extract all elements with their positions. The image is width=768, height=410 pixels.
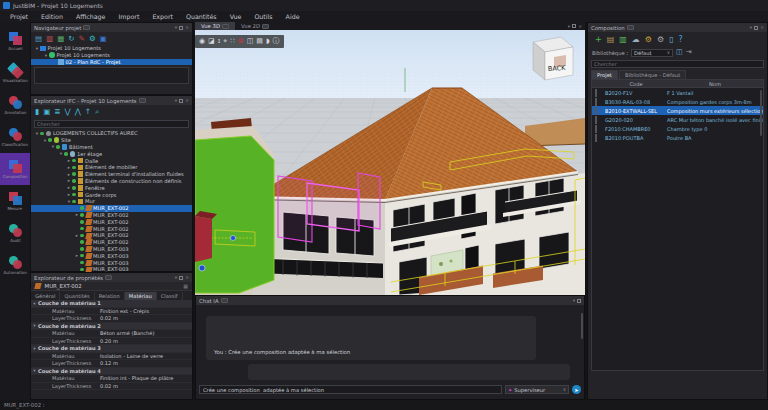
shadow-icon[interactable]: ◗ <box>266 38 270 45</box>
composition-row[interactable]: B2020-F1V F 1 Vantail <box>592 88 763 97</box>
refresh-icon[interactable]: ↻ <box>68 35 74 43</box>
record-icon[interactable]: ▣ <box>100 35 107 43</box>
tree-row[interactable]: ▸ Élément terminal d'installation fluide… <box>31 171 192 178</box>
property-row[interactable]: ▾ Couche de matériau 3 <box>31 345 192 353</box>
select-mode-icon[interactable]: ▣ <box>43 108 50 116</box>
settings-gear-icon[interactable]: ⚙ <box>89 35 96 43</box>
float-icon[interactable] <box>572 24 576 28</box>
info-icon[interactable]: ⓘ <box>273 38 280 45</box>
properties-tab[interactable]: Quantités <box>60 292 94 300</box>
property-row[interactable]: LayerThickness 0.20 m <box>31 338 192 346</box>
gizmo-handle-dot[interactable] <box>199 265 205 271</box>
sidebar-item-visualisation[interactable]: Visualisation <box>0 57 30 89</box>
section-box-icon[interactable]: ◫ <box>247 38 254 45</box>
close-icon[interactable]: × <box>185 275 189 280</box>
tree-row[interactable]: MUR_EXT-003 <box>31 246 192 253</box>
visibility-dot-icon[interactable] <box>40 132 44 136</box>
visibility-dot-icon[interactable] <box>48 138 52 142</box>
float-icon[interactable] <box>179 99 183 103</box>
dropdown-icon[interactable]: ▾ <box>568 24 570 29</box>
sidebar-item-composition[interactable]: Composition <box>0 153 30 185</box>
tree-row[interactable]: ▾ Site <box>31 137 192 144</box>
orbit-icon[interactable]: ◉ <box>199 38 205 45</box>
ifc-search-input[interactable]: Chercher <box>34 120 189 128</box>
walk-mode-icon[interactable]: ɪ <box>218 38 221 45</box>
pin-icon[interactable] <box>262 24 269 29</box>
ifc-info-icon[interactable]: ▦ <box>183 283 188 289</box>
sidebar-item-accueil[interactable]: Accueil <box>0 25 30 57</box>
menu-item[interactable]: Import <box>118 13 139 20</box>
tree-row[interactable]: ▾ Projet 10 Logements <box>31 52 192 59</box>
tree-row[interactable]: ▸ MUR_EXT-002 <box>31 232 192 239</box>
visibility-dot-icon[interactable] <box>72 179 76 183</box>
composition-row[interactable]: F2010:CHAMBRE0 Chambre type 0 <box>592 124 763 133</box>
composition-row[interactable]: B3030-RAIL-03-08 Composition gardes corp… <box>592 97 763 106</box>
close-icon[interactable]: × <box>185 25 189 30</box>
visibility-dot-icon[interactable] <box>80 213 84 217</box>
pin-icon[interactable] <box>627 25 634 30</box>
menu-item[interactable]: Vue <box>230 13 242 20</box>
float-icon[interactable] <box>179 276 183 280</box>
visibility-dot-icon[interactable] <box>80 220 84 224</box>
layers-icon[interactable]: ▤ <box>256 38 263 45</box>
expand-all-icon[interactable]: ⋀ <box>75 108 81 116</box>
sidebar-item-classification[interactable]: Classification <box>0 121 30 153</box>
visibility-dot-icon[interactable] <box>80 261 84 265</box>
visibility-dot-icon[interactable] <box>64 152 68 156</box>
visibility-dot-icon[interactable] <box>72 166 76 170</box>
sidebar-item-automation[interactable]: Automation <box>0 249 30 281</box>
pin-icon[interactable] <box>222 24 229 29</box>
tree-row[interactable]: ▸ Garde corps <box>31 191 192 198</box>
settings-gear-icon[interactable]: ⚙ <box>645 36 652 44</box>
tree-row[interactable]: MUR_EXT-002 <box>31 205 192 212</box>
tree-row[interactable]: ▸ Élément de mobilier <box>31 164 192 171</box>
composition-tab[interactable]: Projet <box>591 70 618 79</box>
pin-icon[interactable] <box>105 275 112 280</box>
tree-row[interactable]: ▸ Éléments de construction non définis <box>31 178 192 185</box>
expander-icon[interactable]: ▾ <box>31 301 38 306</box>
tree-row[interactable]: ▾ Bâtiment <box>31 144 192 151</box>
viewport-3d-canvas[interactable]: BACK ◉◪ɪ⌖∷⊘◫▤◗ⓘ <box>195 30 585 295</box>
composition-row[interactable]: B2010-EXTWALL-SEL Composition murs extér… <box>592 106 763 115</box>
visibility-dot-icon[interactable] <box>80 268 84 272</box>
close-icon[interactable]: × <box>185 98 189 103</box>
visibility-dot-icon[interactable] <box>80 227 84 231</box>
menu-item[interactable]: Projet <box>10 13 28 20</box>
composition-row[interactable]: G2020-020 ARC Mur béton banché isolé ave… <box>592 115 763 124</box>
properties-tab[interactable]: Général <box>31 292 60 300</box>
property-row[interactable]: Matériau Finition ext - Crépis <box>31 308 192 316</box>
tree-row[interactable]: MUR_EXT-003 <box>31 259 192 266</box>
dropdown-icon[interactable]: ▾ <box>175 98 177 103</box>
float-icon[interactable] <box>577 299 581 303</box>
menu-item[interactable]: Outils <box>254 13 272 20</box>
visibility-dot-icon[interactable] <box>80 247 84 251</box>
properties-tab[interactable]: Classif <box>157 292 183 300</box>
tree-row[interactable]: ▾ 1er étage <box>31 150 192 157</box>
table-scrollbar[interactable] <box>760 90 763 136</box>
add-composition-icon[interactable]: + <box>595 36 602 44</box>
fit-view-icon[interactable]: ∷ <box>230 38 234 45</box>
property-row[interactable]: LayerThickness 0.02 m <box>31 383 192 391</box>
tree-row[interactable]: ▾ Projet 10 Logements <box>31 45 192 52</box>
cloud-sync-icon[interactable]: ☁ <box>632 36 640 44</box>
edit-pen-icon[interactable]: ✎ <box>79 35 85 43</box>
view-cube-face-label[interactable]: BACK <box>548 64 567 73</box>
menu-item[interactable]: Edition <box>41 13 63 20</box>
property-row[interactable]: LayerThickness 0.12 m <box>31 360 192 368</box>
import-composition-icon[interactable]: ▥ <box>619 36 627 44</box>
import-model-icon[interactable]: ▥ <box>46 35 53 43</box>
visibility-dot-icon[interactable] <box>56 145 60 149</box>
open-library-icon[interactable]: ▤ <box>607 36 615 44</box>
agent-selector[interactable]: ✦ Superviseur ∨ <box>505 385 569 394</box>
manage-gear-icon[interactable]: ⚙ <box>657 36 664 44</box>
library-select[interactable]: Défaut ∨ <box>631 49 673 57</box>
sidebar-item-annotation[interactable]: Annotation <box>0 89 30 121</box>
shaded-view-icon[interactable]: ◪ <box>208 38 215 45</box>
dropdown-icon[interactable]: ▾ <box>175 275 177 280</box>
clip-disabled-icon[interactable]: ⊘ <box>238 38 244 45</box>
tree-row[interactable]: ▸ Fenêtre <box>31 184 192 191</box>
visibility-dot-icon[interactable] <box>80 254 84 258</box>
menu-item[interactable]: Export <box>152 13 173 20</box>
expander-icon[interactable]: ▾ <box>31 368 38 373</box>
visibility-dot-icon[interactable] <box>72 186 76 190</box>
